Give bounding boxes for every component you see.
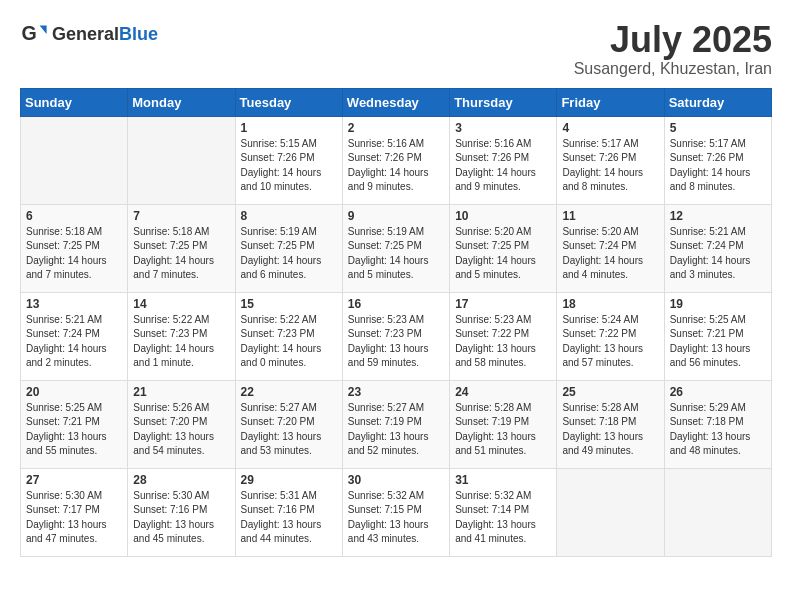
calendar-cell: 25Sunrise: 5:28 AM Sunset: 7:18 PM Dayli… xyxy=(557,380,664,468)
day-info: Sunrise: 5:18 AM Sunset: 7:25 PM Dayligh… xyxy=(26,225,122,283)
calendar-cell xyxy=(664,468,771,556)
logo-icon: G xyxy=(20,20,48,48)
calendar-cell: 16Sunrise: 5:23 AM Sunset: 7:23 PM Dayli… xyxy=(342,292,449,380)
weekday-header-sunday: Sunday xyxy=(21,88,128,116)
day-info: Sunrise: 5:17 AM Sunset: 7:26 PM Dayligh… xyxy=(670,137,766,195)
day-number: 27 xyxy=(26,473,122,487)
day-number: 11 xyxy=(562,209,658,223)
day-info: Sunrise: 5:17 AM Sunset: 7:26 PM Dayligh… xyxy=(562,137,658,195)
calendar-cell: 19Sunrise: 5:25 AM Sunset: 7:21 PM Dayli… xyxy=(664,292,771,380)
calendar-cell: 3Sunrise: 5:16 AM Sunset: 7:26 PM Daylig… xyxy=(450,116,557,204)
day-info: Sunrise: 5:21 AM Sunset: 7:24 PM Dayligh… xyxy=(26,313,122,371)
calendar-cell: 8Sunrise: 5:19 AM Sunset: 7:25 PM Daylig… xyxy=(235,204,342,292)
calendar-cell: 31Sunrise: 5:32 AM Sunset: 7:14 PM Dayli… xyxy=(450,468,557,556)
logo: G GeneralBlue xyxy=(20,20,158,48)
day-info: Sunrise: 5:15 AM Sunset: 7:26 PM Dayligh… xyxy=(241,137,337,195)
calendar-cell: 11Sunrise: 5:20 AM Sunset: 7:24 PM Dayli… xyxy=(557,204,664,292)
day-info: Sunrise: 5:31 AM Sunset: 7:16 PM Dayligh… xyxy=(241,489,337,547)
day-info: Sunrise: 5:28 AM Sunset: 7:18 PM Dayligh… xyxy=(562,401,658,459)
day-number: 2 xyxy=(348,121,444,135)
calendar-cell: 15Sunrise: 5:22 AM Sunset: 7:23 PM Dayli… xyxy=(235,292,342,380)
weekday-header-monday: Monday xyxy=(128,88,235,116)
weekday-header-row: SundayMondayTuesdayWednesdayThursdayFrid… xyxy=(21,88,772,116)
title-area: July 2025 Susangerd, Khuzestan, Iran xyxy=(574,20,772,78)
weekday-header-tuesday: Tuesday xyxy=(235,88,342,116)
calendar-cell: 7Sunrise: 5:18 AM Sunset: 7:25 PM Daylig… xyxy=(128,204,235,292)
day-number: 9 xyxy=(348,209,444,223)
calendar-cell: 1Sunrise: 5:15 AM Sunset: 7:26 PM Daylig… xyxy=(235,116,342,204)
day-info: Sunrise: 5:20 AM Sunset: 7:25 PM Dayligh… xyxy=(455,225,551,283)
day-number: 26 xyxy=(670,385,766,399)
day-number: 16 xyxy=(348,297,444,311)
calendar-cell: 18Sunrise: 5:24 AM Sunset: 7:22 PM Dayli… xyxy=(557,292,664,380)
day-info: Sunrise: 5:22 AM Sunset: 7:23 PM Dayligh… xyxy=(133,313,229,371)
day-number: 22 xyxy=(241,385,337,399)
calendar-cell: 4Sunrise: 5:17 AM Sunset: 7:26 PM Daylig… xyxy=(557,116,664,204)
day-number: 6 xyxy=(26,209,122,223)
week-row-3: 13Sunrise: 5:21 AM Sunset: 7:24 PM Dayli… xyxy=(21,292,772,380)
day-info: Sunrise: 5:28 AM Sunset: 7:19 PM Dayligh… xyxy=(455,401,551,459)
day-number: 29 xyxy=(241,473,337,487)
weekday-header-saturday: Saturday xyxy=(664,88,771,116)
day-number: 17 xyxy=(455,297,551,311)
day-info: Sunrise: 5:32 AM Sunset: 7:15 PM Dayligh… xyxy=(348,489,444,547)
svg-marker-1 xyxy=(40,26,47,34)
day-number: 12 xyxy=(670,209,766,223)
calendar-cell: 14Sunrise: 5:22 AM Sunset: 7:23 PM Dayli… xyxy=(128,292,235,380)
day-info: Sunrise: 5:21 AM Sunset: 7:24 PM Dayligh… xyxy=(670,225,766,283)
week-row-1: 1Sunrise: 5:15 AM Sunset: 7:26 PM Daylig… xyxy=(21,116,772,204)
calendar-cell: 26Sunrise: 5:29 AM Sunset: 7:18 PM Dayli… xyxy=(664,380,771,468)
day-number: 28 xyxy=(133,473,229,487)
day-number: 18 xyxy=(562,297,658,311)
day-number: 5 xyxy=(670,121,766,135)
day-number: 8 xyxy=(241,209,337,223)
day-number: 24 xyxy=(455,385,551,399)
day-number: 7 xyxy=(133,209,229,223)
day-info: Sunrise: 5:23 AM Sunset: 7:22 PM Dayligh… xyxy=(455,313,551,371)
week-row-4: 20Sunrise: 5:25 AM Sunset: 7:21 PM Dayli… xyxy=(21,380,772,468)
day-info: Sunrise: 5:24 AM Sunset: 7:22 PM Dayligh… xyxy=(562,313,658,371)
calendar-cell: 6Sunrise: 5:18 AM Sunset: 7:25 PM Daylig… xyxy=(21,204,128,292)
day-info: Sunrise: 5:29 AM Sunset: 7:18 PM Dayligh… xyxy=(670,401,766,459)
calendar-cell: 13Sunrise: 5:21 AM Sunset: 7:24 PM Dayli… xyxy=(21,292,128,380)
day-info: Sunrise: 5:16 AM Sunset: 7:26 PM Dayligh… xyxy=(348,137,444,195)
location-title: Susangerd, Khuzestan, Iran xyxy=(574,60,772,78)
day-info: Sunrise: 5:22 AM Sunset: 7:23 PM Dayligh… xyxy=(241,313,337,371)
calendar-table: SundayMondayTuesdayWednesdayThursdayFrid… xyxy=(20,88,772,557)
calendar-cell: 10Sunrise: 5:20 AM Sunset: 7:25 PM Dayli… xyxy=(450,204,557,292)
calendar-cell: 12Sunrise: 5:21 AM Sunset: 7:24 PM Dayli… xyxy=(664,204,771,292)
calendar-cell: 9Sunrise: 5:19 AM Sunset: 7:25 PM Daylig… xyxy=(342,204,449,292)
day-info: Sunrise: 5:25 AM Sunset: 7:21 PM Dayligh… xyxy=(26,401,122,459)
day-number: 4 xyxy=(562,121,658,135)
calendar-cell: 17Sunrise: 5:23 AM Sunset: 7:22 PM Dayli… xyxy=(450,292,557,380)
calendar-cell: 22Sunrise: 5:27 AM Sunset: 7:20 PM Dayli… xyxy=(235,380,342,468)
day-info: Sunrise: 5:23 AM Sunset: 7:23 PM Dayligh… xyxy=(348,313,444,371)
day-info: Sunrise: 5:27 AM Sunset: 7:20 PM Dayligh… xyxy=(241,401,337,459)
weekday-header-friday: Friday xyxy=(557,88,664,116)
page-header: G GeneralBlue July 2025 Susangerd, Khuze… xyxy=(20,20,772,78)
day-number: 10 xyxy=(455,209,551,223)
day-number: 19 xyxy=(670,297,766,311)
month-title: July 2025 xyxy=(574,20,772,60)
calendar-cell: 23Sunrise: 5:27 AM Sunset: 7:19 PM Dayli… xyxy=(342,380,449,468)
calendar-cell: 21Sunrise: 5:26 AM Sunset: 7:20 PM Dayli… xyxy=(128,380,235,468)
week-row-5: 27Sunrise: 5:30 AM Sunset: 7:17 PM Dayli… xyxy=(21,468,772,556)
day-number: 31 xyxy=(455,473,551,487)
day-number: 13 xyxy=(26,297,122,311)
day-number: 15 xyxy=(241,297,337,311)
weekday-header-thursday: Thursday xyxy=(450,88,557,116)
calendar-cell: 30Sunrise: 5:32 AM Sunset: 7:15 PM Dayli… xyxy=(342,468,449,556)
day-info: Sunrise: 5:27 AM Sunset: 7:19 PM Dayligh… xyxy=(348,401,444,459)
day-info: Sunrise: 5:20 AM Sunset: 7:24 PM Dayligh… xyxy=(562,225,658,283)
logo-text-general: General xyxy=(52,24,119,44)
day-info: Sunrise: 5:30 AM Sunset: 7:16 PM Dayligh… xyxy=(133,489,229,547)
day-info: Sunrise: 5:25 AM Sunset: 7:21 PM Dayligh… xyxy=(670,313,766,371)
logo-text-blue: Blue xyxy=(119,24,158,44)
day-number: 23 xyxy=(348,385,444,399)
calendar-cell: 5Sunrise: 5:17 AM Sunset: 7:26 PM Daylig… xyxy=(664,116,771,204)
day-number: 21 xyxy=(133,385,229,399)
svg-text:G: G xyxy=(21,22,36,44)
day-number: 3 xyxy=(455,121,551,135)
calendar-cell xyxy=(128,116,235,204)
day-number: 25 xyxy=(562,385,658,399)
